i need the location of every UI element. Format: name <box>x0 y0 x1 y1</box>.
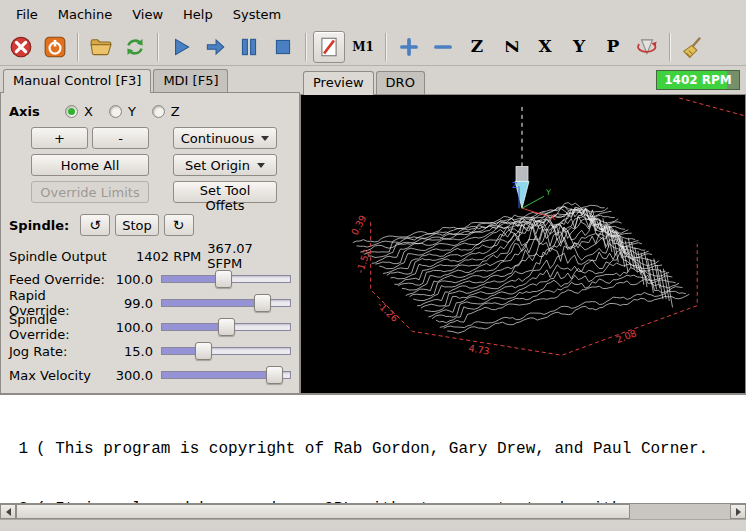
chevron-down-icon <box>261 136 269 141</box>
rotate-view-button[interactable] <box>631 31 663 63</box>
slider-trough <box>161 299 291 307</box>
spindle-override-slider[interactable] <box>161 318 291 336</box>
spindle-cw-button[interactable]: ↻ <box>164 214 194 236</box>
extent-dimensions: 0.39 -1.52 -1.26 4.73 2.08 <box>349 213 638 356</box>
menu-view[interactable]: View <box>122 2 173 27</box>
menu-help[interactable]: Help <box>173 2 223 27</box>
set-origin-label: Set Origin <box>185 158 250 173</box>
axis-radio-z[interactable]: Z <box>152 104 180 119</box>
max-velocity-row: Max Velocity 300.0 <box>9 363 291 387</box>
preview-canvas[interactable]: 0.39 -1.52 -1.26 4.73 2.08 <box>300 94 746 394</box>
tab-preview[interactable]: Preview <box>303 71 374 95</box>
control-tab-bar: Manual Control [F3] MDI [F5] <box>0 66 300 92</box>
radio-icon <box>65 105 78 118</box>
zoom-out-icon <box>431 35 455 59</box>
axis-radio-y[interactable]: Y <box>109 104 136 119</box>
zoom-out-button[interactable] <box>427 31 459 63</box>
stop-button[interactable] <box>267 31 299 63</box>
jog-increment-dropdown[interactable]: Continuous <box>173 127 277 149</box>
stop-icon <box>271 35 295 59</box>
estop-button[interactable] <box>5 31 37 63</box>
view-side-icon: X <box>538 38 551 55</box>
toggle-skip-lines-button[interactable] <box>313 31 345 63</box>
menu-system[interactable]: System <box>223 2 291 27</box>
tab-mdi[interactable]: MDI [F5] <box>153 69 228 92</box>
slider-handle[interactable] <box>215 270 232 288</box>
view-perspective-icon: P <box>607 38 620 55</box>
set-origin-dropdown[interactable]: Set Origin <box>173 154 277 176</box>
dimension-label: 2.08 <box>614 327 638 345</box>
spindle-label: Spindle: <box>9 218 69 233</box>
dimension-label: -1.26 <box>375 299 400 324</box>
clear-live-plot-button[interactable] <box>677 31 709 63</box>
feed-override-slider[interactable] <box>161 270 291 288</box>
gcode-horizontal-scrollbar <box>0 504 746 520</box>
run-button[interactable] <box>165 31 197 63</box>
jog-rate-slider[interactable] <box>161 342 291 360</box>
rapid-override-slider[interactable] <box>161 294 291 312</box>
max-velocity-slider[interactable] <box>161 366 291 384</box>
toolbar-separator <box>157 33 159 61</box>
view-side-button[interactable]: X <box>529 31 561 63</box>
view-perspective-button[interactable]: P <box>597 31 629 63</box>
scrollbar-trough[interactable] <box>16 504 730 519</box>
arrow-left-icon <box>6 508 11 516</box>
machine-power-button[interactable] <box>39 31 71 63</box>
slider-handle[interactable] <box>218 318 235 336</box>
axis-radio-x-label: X <box>84 104 93 119</box>
radio-icon <box>152 105 165 118</box>
open-file-icon <box>89 35 113 59</box>
toolbar-separator <box>305 33 307 61</box>
radio-icon <box>109 105 122 118</box>
spindle-stop-button[interactable]: Stop <box>115 214 159 236</box>
dimension-label: 0.39 <box>349 213 369 237</box>
extents-box <box>371 98 745 355</box>
axis-z-label: Z <box>512 181 518 190</box>
pause-icon <box>237 35 261 59</box>
view-front-button[interactable]: Y <box>563 31 595 63</box>
main-area: Manual Control [F3] MDI [F5] Axis X Y <box>0 66 746 394</box>
view-rotated-top-button[interactable]: Z <box>495 31 527 63</box>
view-rotated-top-icon: Z <box>502 40 519 52</box>
scroll-right-button[interactable] <box>730 504 746 519</box>
machine-power-icon <box>43 35 67 59</box>
gcode-editor[interactable]: 1( This program is copyright of Rab Gord… <box>0 394 746 504</box>
jog-minus-button[interactable]: - <box>92 127 149 149</box>
pause-button[interactable] <box>233 31 265 63</box>
override-limits-button[interactable]: Override Limits <box>31 181 149 203</box>
toggle-optional-pause-button[interactable]: M1 <box>347 31 379 63</box>
clear-plot-broom-icon <box>681 35 705 59</box>
tab-dro[interactable]: DRO <box>376 71 425 94</box>
scroll-left-button[interactable] <box>0 504 16 519</box>
slider-handle[interactable] <box>266 366 283 384</box>
view-top-button[interactable]: Z <box>461 31 493 63</box>
preview-notebook: Preview DRO 1402 RPM 0.39 <box>300 66 746 394</box>
axis-y-label: Y <box>545 188 551 197</box>
rotate-ccw-icon: ↺ <box>89 217 101 233</box>
axis-radio-x[interactable]: X <box>65 104 93 119</box>
jog-button-grid: + - Continuous Home All Set Origin Overr… <box>9 127 291 203</box>
jog-plus-button[interactable]: + <box>31 127 88 149</box>
home-all-button[interactable]: Home All <box>31 154 149 176</box>
spindle-rpm-indicator: 1402 RPM <box>656 70 740 90</box>
feed-override-value: 100.0 <box>109 272 153 287</box>
axis-radio-y-label: Y <box>128 104 136 119</box>
scrollbar-thumb[interactable] <box>16 504 630 519</box>
step-button[interactable] <box>199 31 231 63</box>
dimension-label: 4.73 <box>468 342 491 356</box>
spindle-ccw-button[interactable]: ↺ <box>80 214 110 236</box>
set-tool-offsets-button[interactable]: Set Tool Offets <box>173 181 277 203</box>
jog-buttons: + - <box>31 127 149 149</box>
open-file-button[interactable] <box>85 31 117 63</box>
spindle-override-label: Spindle Override: <box>9 312 109 342</box>
slider-handle[interactable] <box>195 342 212 360</box>
menu-machine[interactable]: Machine <box>48 2 122 27</box>
jog-increment-label: Continuous <box>181 131 254 146</box>
slider-handle[interactable] <box>254 294 271 312</box>
tab-manual-control[interactable]: Manual Control [F3] <box>3 69 151 93</box>
reload-button[interactable] <box>119 31 151 63</box>
view-top-icon: Z <box>471 38 483 55</box>
line-number: 1 <box>6 439 28 459</box>
menu-file[interactable]: File <box>6 2 48 27</box>
zoom-in-button[interactable] <box>393 31 425 63</box>
